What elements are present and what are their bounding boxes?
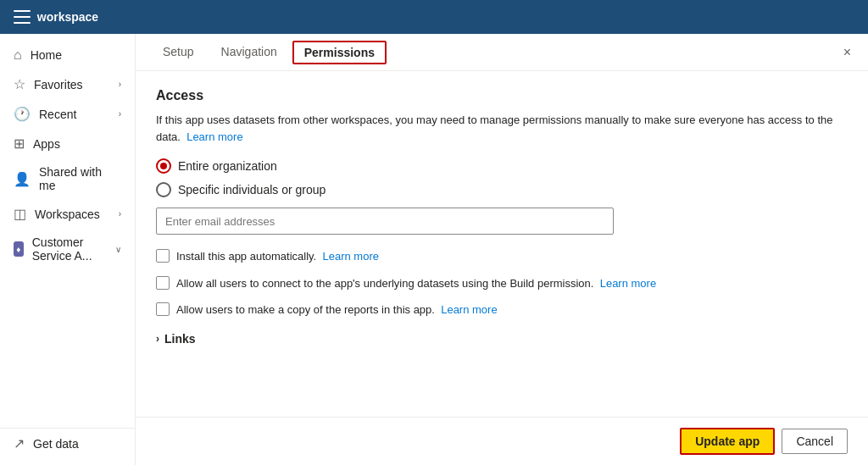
learn-more-install[interactable]: Learn more [322, 250, 378, 263]
sidebar-item-apps-label: Apps [33, 137, 60, 151]
tab-setup[interactable]: Setup [149, 34, 208, 70]
content-area: Setup Navigation Permissions × Access If… [136, 34, 868, 465]
topbar-title: workspace [37, 10, 98, 24]
learn-more-copy[interactable]: Learn more [441, 303, 497, 316]
access-radio-group: Entire organization Specific individuals… [156, 158, 848, 197]
checkbox-install-auto[interactable]: Install this app automatically. Learn mo… [156, 248, 848, 265]
checkbox-copy-reports-box[interactable] [156, 302, 170, 316]
checkbox-group: Install this app automatically. Learn mo… [156, 248, 848, 318]
sidebar-item-recent[interactable]: 🕐 Recent › [0, 99, 135, 129]
sidebar-item-customer-label: Customer Service A... [32, 235, 107, 263]
checkbox-build-permission[interactable]: Allow all users to connect to the app's … [156, 275, 848, 292]
checkbox-install-auto-box[interactable] [156, 249, 170, 263]
close-button[interactable]: × [840, 42, 854, 64]
permissions-panel: Setup Navigation Permissions × Access If… [136, 34, 868, 465]
sidebar-item-apps[interactable]: ⊞ Apps [0, 129, 135, 158]
sidebar-item-workspaces-label: Workspaces [35, 208, 100, 221]
radio-specific-individuals-label: Specific individuals or group [178, 183, 326, 197]
learn-more-link-1[interactable]: Learn more [186, 130, 242, 143]
sidebar-item-favorites-label: Favorites [34, 78, 83, 91]
chevron-right-icon: › [119, 80, 121, 89]
radio-entire-org[interactable]: Entire organization [156, 158, 848, 174]
recent-icon: 🕐 [14, 106, 31, 122]
tab-permissions[interactable]: Permissions [292, 41, 387, 64]
shared-icon: 👤 [14, 171, 31, 187]
sidebar-item-home-label: Home [31, 48, 62, 62]
sidebar-item-home[interactable]: ⌂ Home [0, 41, 135, 69]
cancel-button[interactable]: Cancel [782, 429, 848, 454]
topbar: workspace [0, 0, 868, 34]
links-label: Links [164, 332, 196, 346]
links-section[interactable]: › Links [156, 332, 848, 346]
checkbox-build-permission-box[interactable] [156, 276, 170, 290]
chevron-right-icon: › [119, 209, 121, 219]
home-icon: ⌂ [14, 47, 22, 63]
checkbox-install-auto-label: Install this app automatically. Learn mo… [176, 248, 379, 265]
tab-navigation[interactable]: Navigation [208, 34, 291, 70]
sidebar-item-workspaces[interactable]: ◫ Workspaces › [0, 199, 135, 229]
customer-icon: ♦ [14, 241, 24, 257]
radio-entire-org-label: Entire organization [178, 159, 277, 173]
apps-icon: ⊞ [14, 136, 25, 152]
favorites-icon: ☆ [14, 76, 25, 92]
checkbox-copy-reports[interactable]: Allow users to make a copy of the report… [156, 302, 848, 318]
get-data-icon: ↗ [14, 435, 25, 451]
checkbox-copy-reports-label: Allow users to make a copy of the report… [176, 302, 498, 318]
radio-specific-individuals-button[interactable] [156, 182, 171, 197]
learn-more-build[interactable]: Learn more [600, 277, 656, 290]
hamburger-menu[interactable] [14, 10, 31, 24]
chevron-right-icon: › [119, 109, 121, 119]
chevron-right-icon: › [156, 333, 159, 345]
access-title: Access [156, 88, 848, 103]
radio-specific-individuals[interactable]: Specific individuals or group [156, 182, 848, 197]
email-input[interactable] [156, 208, 614, 235]
sidebar-item-shared[interactable]: 👤 Shared with me [0, 158, 135, 199]
main-layout: ⌂ Home ☆ Favorites › 🕐 Recent › ⊞ Apps 👤… [0, 34, 868, 465]
panel-body: Access If this app uses datasets from ot… [136, 71, 868, 417]
sidebar-item-favorites[interactable]: ☆ Favorites › [0, 69, 135, 99]
sidebar-item-shared-label: Shared with me [39, 165, 121, 192]
sidebar-item-get-data[interactable]: ↗ Get data [0, 429, 135, 458]
sidebar-item-recent-label: Recent [39, 108, 76, 121]
radio-entire-org-inner [160, 163, 167, 169]
update-app-button[interactable]: Update app [680, 428, 775, 455]
panel-footer: Update app Cancel [136, 417, 868, 465]
chevron-down-icon: ∨ [115, 245, 121, 254]
access-description: If this app uses datasets from other wor… [156, 112, 848, 145]
tabs-bar: Setup Navigation Permissions × [136, 34, 868, 71]
radio-entire-org-button[interactable] [156, 158, 171, 174]
sidebar-item-customer[interactable]: ♦ Customer Service A... ∨ [0, 229, 135, 269]
checkbox-build-permission-label: Allow all users to connect to the app's … [176, 275, 656, 292]
sidebar-item-get-data-label: Get data [33, 437, 79, 451]
workspaces-icon: ◫ [14, 206, 26, 222]
sidebar: ⌂ Home ☆ Favorites › 🕐 Recent › ⊞ Apps 👤… [0, 34, 136, 465]
